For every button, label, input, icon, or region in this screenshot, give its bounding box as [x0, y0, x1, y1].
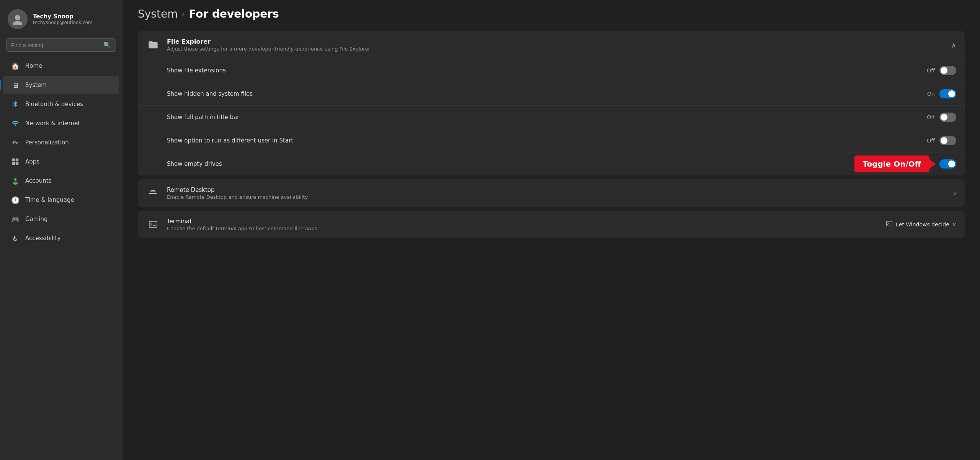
remote-desktop-icon	[146, 186, 160, 200]
toggle-full-path[interactable]	[939, 113, 956, 122]
breadcrumb-current: For developers	[189, 8, 279, 20]
file-explorer-desc: Adjust these settings for a more develop…	[167, 46, 370, 52]
search-box[interactable]: 🔍	[6, 38, 116, 52]
setting-label-hidden-files: Show hidden and system files	[167, 90, 253, 97]
annotation-arrow	[929, 159, 936, 169]
setting-label-file-extensions: Show file extensions	[167, 67, 226, 74]
personalization-icon: ✏️	[11, 138, 20, 147]
toggle-thumb	[941, 67, 947, 74]
toggle-group-empty-drives: Toggle On/Off On	[927, 159, 956, 169]
terminal-title: Terminal	[167, 218, 317, 225]
search-icon: 🔍	[103, 41, 111, 49]
user-info: Techy Snoop techysnoop@outlook.com	[33, 13, 93, 25]
terminal-select-value: Let Windows decide	[896, 221, 949, 228]
sidebar-item-label: Apps	[25, 158, 39, 165]
search-input[interactable]	[11, 42, 100, 48]
breadcrumb-separator: ›	[181, 9, 185, 19]
sidebar-item-label: Time & language	[25, 196, 74, 203]
toggle-track[interactable]	[939, 136, 956, 145]
toggle-thumb	[941, 114, 947, 121]
toggle-track[interactable]	[939, 89, 956, 98]
svg-point-6	[14, 178, 17, 181]
toggle-track[interactable]	[939, 159, 956, 169]
setting-row-hidden-files: Show hidden and system files On	[138, 82, 965, 106]
setting-row-file-extensions: Show file extensions Off	[138, 59, 965, 82]
sidebar-item-label: Bluetooth & devices	[25, 101, 83, 108]
toggle-thumb	[941, 137, 947, 144]
toggle-track[interactable]	[939, 113, 956, 122]
remote-desktop-row[interactable]: Remote Desktop Enable Remote Desktop and…	[138, 179, 965, 207]
avatar	[8, 9, 28, 29]
sidebar-item-label: Network & internet	[25, 120, 80, 127]
toggle-track[interactable]	[939, 66, 956, 75]
setting-row-empty-drives: Show empty drives Toggle On/Off On	[138, 152, 965, 175]
file-explorer-card: File Explorer Adjust these settings for …	[138, 31, 965, 175]
sidebar-item-label: Personalization	[25, 139, 69, 146]
sidebar-item-network[interactable]: Network & internet	[3, 114, 119, 133]
user-email: techysnoop@outlook.com	[33, 20, 93, 25]
remote-desktop-title: Remote Desktop	[167, 187, 308, 193]
setting-label-empty-drives: Show empty drives	[167, 160, 222, 167]
toggle-annotation: Toggle On/Off	[854, 156, 930, 172]
remote-desktop-card: Remote Desktop Enable Remote Desktop and…	[138, 179, 965, 207]
bluetooth-icon	[11, 100, 20, 109]
sidebar-item-label: Accessibility	[25, 235, 60, 242]
svg-point-7	[13, 182, 18, 185]
breadcrumb-parent[interactable]: System	[138, 8, 178, 20]
setting-row-full-path: Show full path in title bar Off	[138, 106, 965, 129]
svg-rect-2	[12, 159, 15, 162]
terminal-select[interactable]: Let Windows decide ∨	[886, 220, 956, 229]
annotation-label: Toggle On/Off	[854, 156, 930, 172]
file-explorer-icon	[146, 38, 160, 52]
setting-row-run-as-user: Show option to run as different user in …	[138, 129, 965, 152]
file-explorer-collapse-icon[interactable]: ∧	[951, 41, 956, 49]
toggle-empty-drives[interactable]	[939, 159, 956, 169]
sidebar-item-apps[interactable]: Apps	[3, 152, 119, 171]
sidebar-item-label: Accounts	[25, 177, 51, 184]
network-icon	[11, 119, 20, 128]
sidebar-item-bluetooth[interactable]: Bluetooth & devices	[3, 95, 119, 113]
toggle-run-as-user[interactable]	[939, 136, 956, 145]
file-explorer-title: File Explorer	[167, 38, 370, 45]
user-profile: Techy Snoop techysnoop@outlook.com	[0, 0, 122, 37]
sidebar-item-home[interactable]: 🏠 Home	[3, 57, 119, 75]
user-name: Techy Snoop	[33, 13, 93, 20]
sidebar-item-accessibility[interactable]: ♿ Accessibility	[3, 229, 119, 247]
toggle-thumb	[948, 160, 955, 167]
sidebar-item-system[interactable]: 🖥 System	[3, 76, 119, 94]
sidebar-item-time[interactable]: 🕐 Time & language	[3, 191, 119, 209]
accessibility-icon: ♿	[11, 234, 20, 243]
remote-desktop-chevron: ›	[954, 189, 956, 197]
sidebar-item-label: System	[25, 82, 47, 88]
home-icon: 🏠	[11, 61, 20, 70]
toggle-file-extensions[interactable]	[939, 66, 956, 75]
svg-rect-5	[16, 162, 19, 165]
sidebar-item-label: Gaming	[25, 216, 48, 223]
toggle-state-run-as-user: Off	[927, 138, 935, 144]
toggle-state-file-extensions: Off	[927, 67, 935, 74]
gaming-icon: 🎮	[11, 214, 20, 224]
svg-rect-3	[16, 159, 19, 162]
terminal-icon	[146, 218, 160, 231]
terminal-desc: Choose the default terminal app to host …	[167, 226, 317, 231]
toggle-thumb	[948, 90, 955, 97]
sidebar-item-accounts[interactable]: Accounts	[3, 172, 119, 190]
toggle-group-file-extensions: Off	[927, 66, 956, 75]
sidebar-item-label: Home	[25, 62, 42, 69]
sidebar-item-gaming[interactable]: 🎮 Gaming	[3, 210, 119, 228]
setting-label-run-as-user: Show option to run as different user in …	[167, 137, 293, 144]
toggle-hidden-files[interactable]	[939, 89, 956, 98]
terminal-select-icon	[886, 220, 893, 229]
terminal-dropdown-chevron[interactable]: ∨	[952, 221, 956, 228]
accounts-icon	[11, 176, 20, 185]
sidebar-item-personalization[interactable]: ✏️ Personalization	[3, 133, 119, 152]
main-content: System › For developers File Explorer Ad…	[122, 0, 980, 460]
toggle-group-full-path: Off	[927, 113, 956, 122]
system-icon: 🖥	[11, 80, 20, 90]
breadcrumb: System › For developers	[138, 8, 965, 20]
remote-desktop-desc: Enable Remote Desktop and ensure machine…	[167, 194, 308, 200]
svg-point-1	[13, 21, 22, 25]
apps-icon	[11, 157, 20, 166]
svg-point-0	[15, 15, 20, 20]
toggle-state-hidden-files: On	[927, 91, 935, 97]
